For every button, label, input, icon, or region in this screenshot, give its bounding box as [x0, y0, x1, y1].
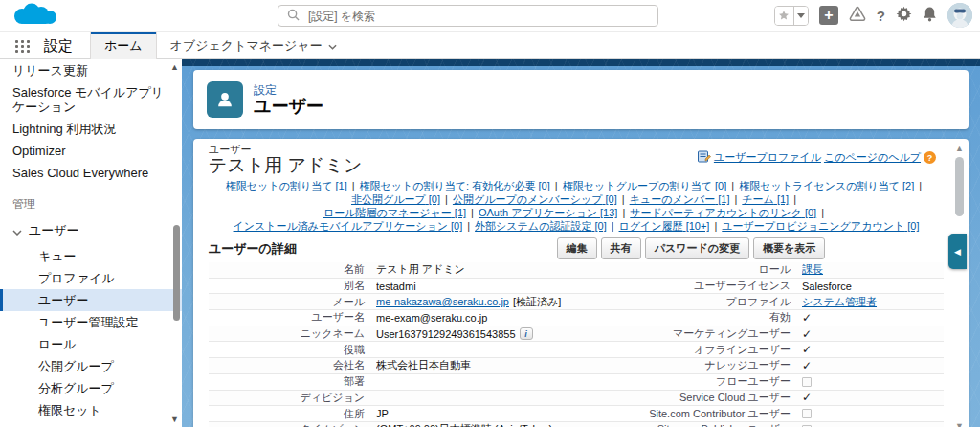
related-link[interactable]: ログイン履歴 [10+]	[619, 220, 710, 232]
related-link[interactable]: 外部システムの認証設定 [0]	[475, 220, 607, 232]
field-value: testadmi	[376, 281, 582, 292]
salesforce-setup-screen: + ? 設定 ホーム オブジェクトマネージャー	[0, 0, 980, 427]
detail-button[interactable]: 概要を表示	[753, 237, 825, 259]
sidebar-scroll-down-icon[interactable]: ▼	[170, 415, 179, 424]
table-row: メールme-nakazawa@seraku.co.jp[検証済み]プロファイルシ…	[209, 294, 944, 310]
content-scrollbar-thumb[interactable]	[955, 157, 964, 216]
field-value: JP	[376, 408, 582, 419]
sidebar-item[interactable]: プロファイル	[0, 267, 182, 289]
tab-object-manager-label: オブジェクトマネージャー	[170, 37, 323, 55]
field-value	[802, 327, 944, 341]
sidebar-item[interactable]: Salesforce モバイルアプリケーション	[0, 81, 182, 118]
tab-home-label: ホーム	[104, 37, 143, 55]
related-link-item: サードパーティアカウントのリンク [0]|	[630, 207, 829, 218]
field-value-link[interactable]: システム管理者	[802, 295, 877, 309]
field-label: Service Cloud ユーザー	[582, 391, 802, 405]
sidebar-item[interactable]: Sales Cloud Everywhere	[0, 162, 182, 184]
field-value-link[interactable]: me-nakazawa@seraku.co.jp	[376, 296, 509, 307]
related-link-item: チーム [1]|	[742, 193, 801, 205]
global-search[interactable]	[278, 5, 658, 27]
related-link[interactable]: 権限セットの割り当て [1]	[226, 180, 347, 191]
related-link[interactable]: 権限セットの割り当て: 有効化が必要 [0]	[360, 180, 550, 191]
content-scroll-up-icon[interactable]: ▲	[955, 144, 964, 153]
info-icon[interactable]: i	[520, 327, 533, 340]
sidebar-item[interactable]: ユーザー管理設定	[0, 311, 182, 333]
unchecked-checkbox-icon	[802, 377, 812, 387]
tab-home[interactable]: ホーム	[90, 32, 157, 59]
separator: |	[467, 219, 470, 233]
field-value-link[interactable]: 課長	[802, 262, 823, 277]
related-link[interactable]: OAuth アプリケーション [13]	[479, 207, 617, 218]
related-link-item: ロール階層のマネージャー [1]|	[323, 207, 479, 218]
app-launcher-icon[interactable]	[15, 40, 31, 53]
table-row: 役職オフラインユーザー	[209, 342, 944, 358]
field-label: Site.com Contributor ユーザー	[582, 407, 802, 421]
checked-icon	[802, 359, 812, 372]
detail-button[interactable]: 共有	[601, 237, 641, 259]
global-header-actions: + ?	[774, 3, 972, 28]
sidebar-item[interactable]: ロール	[0, 333, 182, 355]
table-row: ニックネームUser16379129249361543855iマーケティングユー…	[209, 326, 944, 343]
help-orange-icon[interactable]: ?	[924, 151, 936, 164]
user-avatar[interactable]	[947, 3, 972, 28]
search-input[interactable]	[306, 9, 612, 24]
field-value: システム管理者	[802, 295, 944, 309]
separator: |	[793, 192, 796, 206]
sidebar-scrollbar-thumb[interactable]	[173, 225, 180, 321]
favorites-dropdown-icon[interactable]	[793, 7, 808, 25]
sidebar-item[interactable]: 公開グループ	[0, 355, 182, 377]
related-link-item: 権限セットの割り当て: 有効化が必要 [0]|	[360, 180, 563, 191]
related-link-item: 公開グループのメンバーシップ [0]|	[453, 193, 630, 205]
sidebar-item[interactable]: キュー	[0, 245, 182, 267]
separator: |	[352, 179, 355, 192]
detail-button[interactable]: 編集	[557, 237, 597, 259]
related-link[interactable]: 非公開グループ [0]	[351, 193, 440, 205]
field-label: プロファイル	[582, 295, 802, 309]
separator: |	[731, 179, 734, 192]
record-detail-card: ユーザー テスト用 アドミン ユーザープロファイル このページのヘルプ ? 権限…	[193, 139, 969, 427]
tab-object-manager[interactable]: オブジェクトマネージャー	[157, 32, 350, 59]
notifications-bell-icon[interactable]	[923, 6, 937, 26]
page-help-link[interactable]: このページのヘルプ	[824, 150, 921, 165]
related-link[interactable]: ロール階層のマネージャー [1]	[323, 207, 466, 218]
sidebar-item[interactable]: Optimizer	[0, 140, 182, 162]
field-value-text: テスト用 アドミン	[376, 262, 465, 277]
help-icon[interactable]: ?	[877, 8, 885, 24]
page-header-card: 設定 ユーザー	[193, 70, 969, 129]
content-scrollbar[interactable]: ▲ ▼	[952, 144, 966, 427]
related-link[interactable]: インストール済みモバイルアプリケーション [0]	[234, 220, 463, 232]
field-label: 部署	[209, 374, 376, 389]
content-scroll-down-icon[interactable]: ▼	[955, 421, 964, 427]
field-value	[802, 311, 944, 325]
field-value: 課長	[802, 262, 944, 277]
sidebar-item[interactable]: 分析グループ	[0, 377, 182, 399]
user-profile-link[interactable]: ユーザープロファイル	[714, 150, 821, 165]
field-label: オフラインユーザー	[582, 343, 802, 357]
separator: |	[622, 192, 625, 206]
related-link[interactable]: チーム [1]	[742, 193, 789, 205]
related-link[interactable]: 権限セットグループの割り当て [0]	[563, 180, 727, 191]
field-label: 役職	[209, 343, 376, 357]
related-link-count: [2]	[902, 180, 914, 191]
side-panel-toggle[interactable]: ◀	[948, 234, 967, 269]
related-link[interactable]: 権限セットライセンスの割り当て [2]	[739, 180, 914, 191]
favorite-star-icon[interactable]	[775, 7, 793, 25]
sidebar-scroll-up-icon[interactable]: ▲	[170, 62, 179, 72]
sidebar-item[interactable]: 権限セット	[0, 399, 182, 421]
sidebar-group-users[interactable]: ユーザー	[0, 216, 182, 245]
global-add-icon[interactable]: +	[819, 6, 838, 25]
related-link-item: OAuth アプリケーション [13]|	[479, 207, 630, 218]
sidebar-item[interactable]: ユーザー	[0, 289, 182, 311]
related-link[interactable]: ユーザープロビジョニングアカウント [0]	[722, 220, 919, 232]
related-link[interactable]: キューのメンバー [1]	[630, 193, 730, 205]
sidebar-item[interactable]: リリース更新	[0, 59, 182, 81]
setup-gear-icon[interactable]	[896, 6, 912, 26]
related-link[interactable]: サードパーティアカウントのリンク [0]	[630, 207, 816, 218]
detail-button[interactable]: パスワードの変更	[645, 237, 749, 259]
table-row: ディビジョンService Cloud ユーザー	[209, 391, 944, 407]
sidebar-menu: リリース更新Salesforce モバイルアプリケーションLightning 利…	[0, 59, 182, 421]
sidebar-item[interactable]: Lightning 利用状況	[0, 118, 182, 140]
related-link[interactable]: 公開グループのメンバーシップ [0]	[453, 193, 617, 205]
field-label: 名前	[209, 262, 376, 277]
guidance-icon[interactable]	[849, 6, 866, 26]
